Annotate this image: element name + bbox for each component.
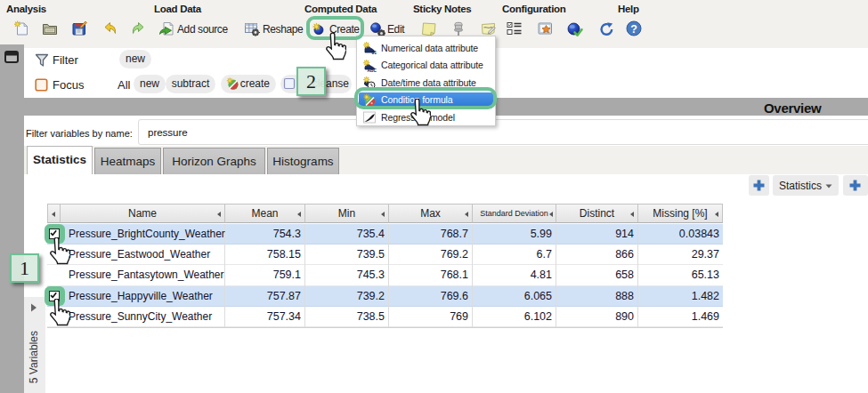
svg-text:01: 01 [372, 50, 377, 55]
svg-text:ABC: ABC [368, 68, 377, 73]
svg-text:?: ? [630, 23, 637, 36]
